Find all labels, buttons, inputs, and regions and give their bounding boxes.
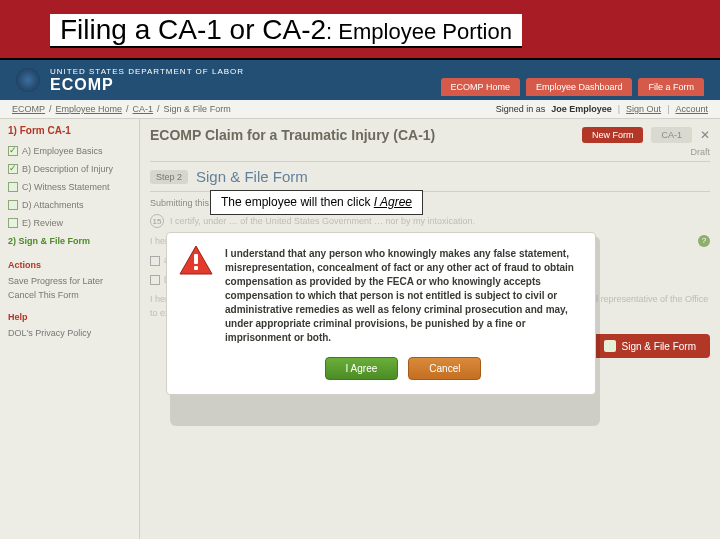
- dept-line: UNITED STATES DEPARTMENT OF LABOR: [50, 67, 244, 76]
- help-icon[interactable]: ?: [698, 235, 710, 247]
- check-icon: [8, 164, 18, 174]
- confirmation-modal: I understand that any person who knowing…: [166, 232, 596, 395]
- account-link[interactable]: Account: [675, 104, 708, 114]
- header-tabs: ECOMP Home Employee Dashboard File a For…: [441, 78, 704, 96]
- sidebar-item-label: E) Review: [22, 218, 63, 228]
- step-number-icon: 15: [150, 214, 164, 228]
- i-agree-button[interactable]: I Agree: [325, 357, 399, 380]
- badge-draft: Draft: [150, 147, 710, 157]
- tab-employee-dashboard[interactable]: Employee Dashboard: [526, 78, 633, 96]
- dol-seal-icon: [16, 68, 40, 92]
- check-icon: [8, 218, 18, 228]
- cert-text: I certify, under … of the United States …: [170, 216, 475, 226]
- dept-header: UNITED STATES DEPARTMENT OF LABOR ECOMP …: [0, 60, 720, 100]
- warning-icon: [179, 245, 213, 275]
- sidebar-item-witness[interactable]: C) Witness Statement: [8, 178, 131, 196]
- breadcrumb: ECOMP / Employee Home / CA-1 / Sign & Fi…: [0, 100, 720, 119]
- sidebar-item-review[interactable]: E) Review: [8, 214, 131, 232]
- signout-link[interactable]: Sign Out: [626, 104, 661, 114]
- callout-text: The employee will then click: [221, 195, 374, 209]
- badge-ca1: CA-1: [651, 127, 692, 143]
- content-header: ECOMP Claim for a Traumatic Injury (CA-1…: [150, 127, 710, 143]
- check-icon: [8, 182, 18, 192]
- svg-rect-2: [194, 266, 198, 270]
- sidebar-actions-heading: Actions: [8, 260, 131, 270]
- action-save-progress[interactable]: Save Progress for Later: [8, 274, 131, 288]
- sign-file-label: Sign & File Form: [622, 341, 696, 352]
- crumb-ecomp[interactable]: ECOMP: [12, 104, 45, 114]
- sidebar-item-label: C) Witness Statement: [22, 182, 110, 192]
- sidebar-item-label: B) Description of Injury: [22, 164, 113, 174]
- action-cancel-form[interactable]: Cancel This Form: [8, 288, 131, 302]
- close-icon[interactable]: ✕: [700, 128, 710, 142]
- auth-block: Signed in as Joe Employee | Sign Out | A…: [496, 104, 708, 114]
- sidebar-heading: 1) Form CA-1: [8, 125, 131, 136]
- sidebar: 1) Form CA-1 A) Employee Basics B) Descr…: [0, 119, 140, 539]
- crumb-employee-home[interactable]: Employee Home: [56, 104, 123, 114]
- slide-title: Filing a CA-1 or CA-2: Employee Portion: [50, 14, 522, 48]
- slide-title-main: Filing a CA-1 or CA-2: [60, 14, 326, 45]
- app-screenshot: UNITED STATES DEPARTMENT OF LABOR ECOMP …: [0, 60, 720, 539]
- sidebar-item-label: A) Employee Basics: [22, 146, 103, 156]
- dept-text: UNITED STATES DEPARTMENT OF LABOR ECOMP: [50, 67, 244, 94]
- crumb-current: Sign & File Form: [164, 104, 231, 114]
- sidebar-item-sign-file[interactable]: 2) Sign & File Form: [8, 232, 131, 250]
- sidebar-item-employee-basics[interactable]: A) Employee Basics: [8, 142, 131, 160]
- slide-title-sub: : Employee Portion: [326, 19, 512, 44]
- badge-new-form: New Form: [582, 127, 644, 143]
- sidebar-item-description[interactable]: B) Description of Injury: [8, 160, 131, 178]
- tab-file-form[interactable]: File a Form: [638, 78, 704, 96]
- instruction-callout: The employee will then click I Agree: [210, 190, 423, 215]
- modal-text: I understand that any person who knowing…: [225, 247, 581, 345]
- step-badge: Step 2: [150, 170, 188, 184]
- callout-emphasis: I Agree: [374, 195, 412, 209]
- modal-buttons: I Agree Cancel: [225, 357, 581, 380]
- sidebar-help-heading: Help: [8, 312, 131, 322]
- cancel-button[interactable]: Cancel: [408, 357, 481, 380]
- svg-rect-1: [194, 254, 198, 264]
- slide-title-bar: Filing a CA-1 or CA-2: Employee Portion: [0, 0, 720, 60]
- sign-file-button[interactable]: Sign & File Form: [590, 334, 710, 358]
- step-title: Sign & File Form: [196, 168, 308, 185]
- page-title: ECOMP Claim for a Traumatic Injury (CA-1…: [150, 127, 574, 143]
- signed-in-user: Joe Employee: [551, 104, 612, 114]
- crumb-ca1[interactable]: CA-1: [133, 104, 154, 114]
- checkbox-icon[interactable]: [150, 275, 160, 285]
- sidebar-item-label: D) Attachments: [22, 200, 84, 210]
- pen-icon: [604, 340, 616, 352]
- check-icon: [8, 200, 18, 210]
- sidebar-item-attachments[interactable]: D) Attachments: [8, 196, 131, 214]
- app-name: ECOMP: [50, 76, 244, 94]
- tab-ecomp-home[interactable]: ECOMP Home: [441, 78, 520, 96]
- check-icon: [8, 146, 18, 156]
- step-row: Step 2 Sign & File Form: [150, 161, 710, 192]
- signed-in-label: Signed in as: [496, 104, 546, 114]
- checkbox-icon[interactable]: [150, 256, 160, 266]
- help-privacy[interactable]: DOL's Privacy Policy: [8, 326, 131, 340]
